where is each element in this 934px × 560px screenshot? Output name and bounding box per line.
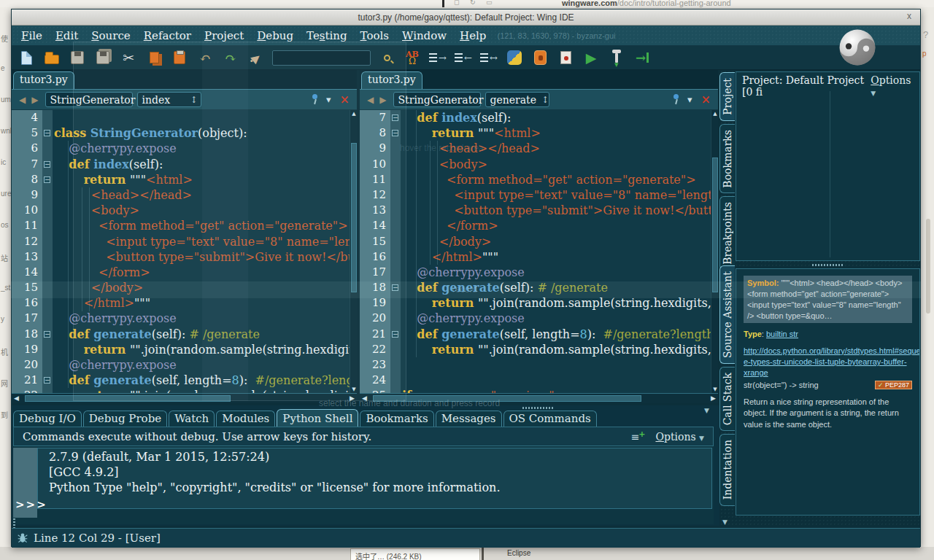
source-assistant-panel[interactable]: Symbol: """<html> <head></head> <body> <… [736,268,920,516]
nav-back-icon[interactable]: ◀ [16,95,28,105]
close-editor-icon[interactable]: × [701,93,711,106]
shell-output-box[interactable]: 2.7.9 (default, Mar 1 2015, 12:57:24)[GC… [37,448,712,509]
scope-combo[interactable]: StringGenerator↕ [45,92,133,107]
tab-debug-probe[interactable]: Debug Probe [83,411,167,427]
debug-tool-icon[interactable] [607,48,626,67]
menu-source[interactable]: Source [85,28,136,44]
python-icon[interactable] [505,48,524,67]
chevron-down-icon[interactable]: ▾ [326,94,331,105]
redo-icon[interactable]: ↷ [221,48,240,67]
symbol-combo[interactable]: index↕ [137,92,201,107]
save-all-icon[interactable] [93,48,112,67]
sidebar-caret-icon[interactable]: ▼ [722,518,727,526]
fold-minus-icon[interactable]: − [392,130,398,136]
step-into-icon[interactable]: → [633,48,652,67]
case-convert-icon[interactable]: ABΩ [403,48,422,67]
search-input[interactable] [272,50,371,66]
sidebar-tab-indentation[interactable]: Indentation [719,434,735,505]
editor-tab[interactable]: tutor3.py [361,71,422,89]
scroll-right-icon[interactable]: ▶ [711,394,716,402]
scroll-left-icon[interactable]: ◀ [362,394,367,402]
fold-minus-icon[interactable]: − [44,377,50,384]
editor-tab[interactable]: tutor3.py [13,71,74,89]
tab-modules[interactable]: Modules [216,411,275,427]
new-file-icon[interactable] [17,48,36,67]
run-icon[interactable]: ▶ [582,48,601,67]
shell-options-button[interactable]: Options ▼ [655,431,704,443]
menu-debug[interactable]: Debug [250,28,300,44]
sidebar-tab-source-assistant[interactable]: Source Assistant [719,265,735,364]
builtin-str-link[interactable]: builtin str [766,330,798,338]
project-tool-icon[interactable] [530,48,549,67]
indent-right-icon[interactable]: → [428,48,447,67]
menu-help[interactable]: Help [453,28,493,44]
symbol-combo[interactable]: generate↕ [485,92,549,107]
menu-tools[interactable]: Tools [354,28,395,44]
code-area[interactable]: 7− def index(self):8− return """<html>9 … [360,110,718,393]
horizontal-scrollbar[interactable]: ◀▶ [360,393,718,403]
scrollbar-thumb[interactable] [351,143,357,292]
menu-testing[interactable]: Testing [300,28,354,44]
save-icon[interactable] [68,48,87,67]
outdent-icon[interactable]: ← [454,48,473,67]
prompt-list-icon[interactable]: ≡ [631,431,640,443]
fold-minus-icon[interactable]: − [44,176,50,183]
window-close-button[interactable]: x [907,11,911,21]
window-titlebar[interactable]: tutor3.py (/home/gaoy/qttest): Default P… [12,9,920,26]
sidebar-tab-breakpoints[interactable]: Breakpoints [719,196,735,271]
scroll-right-icon[interactable]: ▶ [350,394,355,402]
pin-icon[interactable] [672,94,680,105]
sidebar-tab-project[interactable]: Project [719,72,735,121]
indent-convert-icon[interactable]: ↔ [479,48,498,67]
close-editor-icon[interactable]: × [340,93,350,106]
menu-refactor[interactable]: Refactor [137,28,198,44]
tab-messages[interactable]: Messages [436,411,502,427]
sidebar-tab-bookmarks[interactable]: Bookmarks [719,124,735,194]
project-options-button[interactable]: Options ▼ [871,74,914,98]
copy-icon[interactable] [144,48,163,67]
fold-minus-icon[interactable]: − [44,331,50,338]
sidebar-splitter[interactable] [736,262,920,267]
fold-minus-icon[interactable]: − [44,130,50,136]
tab-bookmarks[interactable]: Bookmarks [360,411,433,427]
tab-debug-i-o[interactable]: Debug I/O [13,411,82,427]
sidebar-tab-call-stack[interactable]: Call Stack [719,367,735,431]
cut-icon[interactable]: ✂ [119,48,138,67]
search-icon[interactable] [377,48,396,67]
undo-icon[interactable]: ↶ [196,48,215,67]
project-panel[interactable]: Project: Default Project [0 fi Options ▼ [736,71,920,261]
docs-link-line1[interactable]: http://docs.python.org/library/stdtypes.… [744,346,920,357]
editor-pane-left[interactable]: tutor3.py◀▶StringGenerator↕index↕▾×45−cl… [12,70,357,403]
open-file-icon[interactable] [42,48,61,67]
tab-python-shell[interactable]: Python Shell [277,409,358,427]
fold-minus-icon[interactable]: − [44,161,50,168]
code-area[interactable]: 45−class StringGenerator(object):6 @cher… [12,110,357,393]
paste-icon[interactable] [170,48,189,67]
scroll-left-icon[interactable]: ◀ [14,394,19,402]
pin-icon[interactable] [311,94,319,105]
document-icon[interactable] [556,48,575,67]
menu-project[interactable]: Project [198,28,250,44]
debug-bug-icon[interactable] [18,533,28,543]
fold-minus-icon[interactable]: − [392,331,398,338]
scroll-down-icon[interactable]: ▼ [350,386,357,393]
chevron-down-icon[interactable]: ▾ [687,94,692,105]
shell-prompt[interactable]: >>> [15,498,47,511]
editor-pane-right[interactable]: tutor3.py◀▶StringGenerator↕generate↕▾×7−… [360,70,718,403]
panel-grip-icon[interactable] [522,407,555,409]
scroll-up-icon[interactable]: ▲ [711,110,718,117]
scrollbar-thumb[interactable] [25,395,231,402]
python-shell-area[interactable]: 2.7.9 (default, Mar 1 2015, 12:57:24)[GC… [13,446,714,524]
tab-watch[interactable]: Watch [169,411,215,427]
scrollbar-thumb[interactable] [373,395,641,402]
menu-edit[interactable]: Edit [49,28,85,44]
docs-link-line2[interactable]: e-types-str-unicode-list-tuple-bytearray… [744,357,912,378]
pointer-icon[interactable]: ▶ [247,48,266,67]
nav-forward-icon[interactable]: ▶ [377,95,389,105]
fold-minus-icon[interactable]: − [392,114,398,121]
tab-os-commands[interactable]: OS Commands [503,411,597,427]
vertical-scrollbar[interactable]: ▲▼ [711,110,718,393]
menu-window[interactable]: Window [395,28,453,44]
fold-minus-icon[interactable]: − [392,284,398,291]
scrollbar-thumb[interactable] [712,158,718,292]
